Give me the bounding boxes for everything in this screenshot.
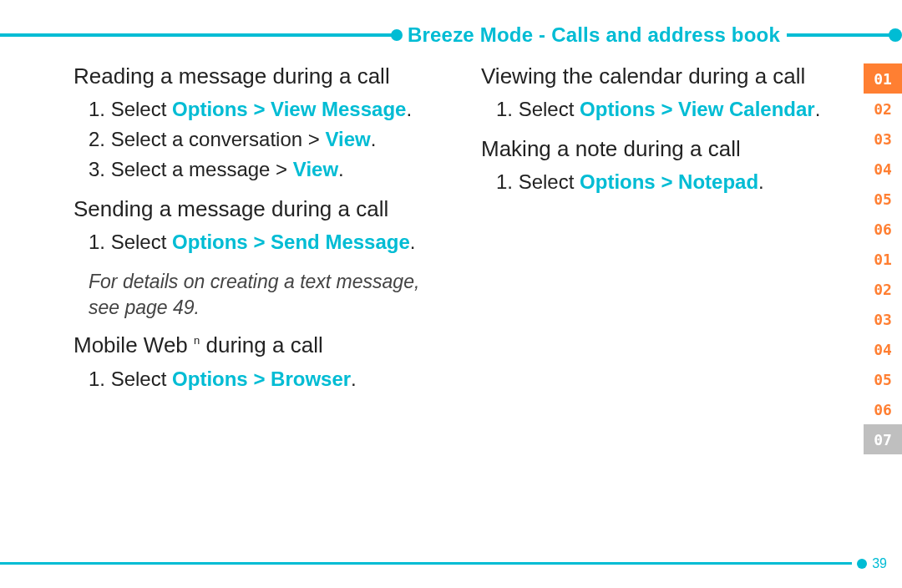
tab-item[interactable]: 07 [864,424,902,454]
step: 1. Select Options > Notepad. [496,167,832,197]
section-calendar-title: Viewing the calendar during a call [481,63,832,89]
section-sending-title: Sending a message during a call [73,196,441,222]
step: 1. Select Options > Browser. [89,364,441,394]
accent: Options > Browser [172,368,351,390]
tab-item[interactable]: 02 [864,94,902,124]
header-rule: Breeze Mode - Calls and address book [0,33,902,37]
tab-item[interactable]: 03 [864,124,902,154]
header-line-right [787,33,890,37]
header-title: Breeze Mode - Calls and address book [408,23,780,47]
footer-line [0,562,852,565]
content: Reading a message during a call 1. Selec… [73,63,844,406]
section-note-steps: 1. Select Options > Notepad. [481,167,832,197]
step: 1. Select Options > Send Message. [89,227,441,257]
header-dot-right [889,28,902,42]
tab-item[interactable]: 06 [864,214,902,244]
tab-item[interactable]: 05 [864,364,902,394]
section-reading-title: Reading a message during a call [73,63,441,89]
header-line-left [0,33,394,37]
accent: Options > Send Message [172,231,410,253]
section-mobileweb-steps: 1. Select Options > Browser. [73,364,441,394]
tab-item[interactable]: 02 [864,274,902,304]
left-column: Reading a message during a call 1. Selec… [73,63,441,406]
accent: Options > View Message [172,98,406,120]
tab-item[interactable]: 01 [864,244,902,274]
right-column: Viewing the calendar during a call 1. Se… [481,63,832,406]
section-sending-note: For details on creating a text message, … [73,269,441,321]
tab-item[interactable]: 03 [864,304,902,334]
tab-item[interactable]: 06 [864,394,902,424]
section-reading-steps: 1. Select Options > View Message. 2. Sel… [73,94,441,185]
tab-item[interactable]: 04 [864,334,902,364]
accent: View [293,158,338,180]
header-dot-left [391,29,403,41]
step: 1. Select Options > View Calendar. [496,94,832,124]
section-note-title: Making a note during a call [481,136,832,162]
page-number: 39 [872,556,887,571]
accent: Options > View Calendar [580,98,815,120]
accent: View [326,128,371,150]
tab-item[interactable]: 01 [864,63,902,94]
section-calendar-steps: 1. Select Options > View Calendar. [481,94,832,124]
step: 2. Select a conversation > View. [89,124,441,155]
tab-item[interactable]: 05 [864,184,902,214]
footer-rule: 39 [0,562,902,565]
section-sending-steps: 1. Select Options > Send Message. [73,227,441,257]
section-mobileweb-title: Mobile Web n during a call [73,332,441,358]
tab-item[interactable]: 04 [864,154,902,184]
step: 3. Select a message > View. [89,155,441,185]
footer-dot [857,559,867,569]
side-tabs: 01 02 03 04 05 06 01 02 03 04 05 06 07 [864,63,902,454]
step: 1. Select Options > View Message. [89,94,441,124]
accent: Options > Notepad [580,170,758,193]
